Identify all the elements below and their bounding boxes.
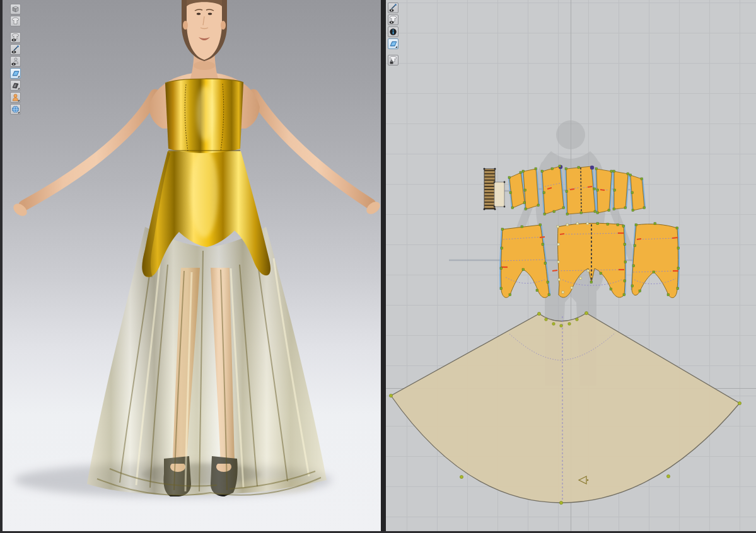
circle-skirt-fan[interactable] [389,311,741,504]
small-rectangle-panel[interactable] [494,181,506,208]
tshirt-icon [11,17,20,25]
pattern-canvas [386,0,756,531]
environment-globe-button[interactable] [10,104,21,115]
skirt-panel-right [632,224,678,298]
person-eye-icon [11,57,20,66]
left-viewport-toolbar [10,4,21,116]
right-viewport-toolbar [388,3,398,67]
show-shaded-surface-button[interactable] [10,80,21,91]
tshirt-eye-icon [11,33,20,42]
globe-icon [11,105,20,113]
show-garment-button[interactable] [10,16,21,26]
cube-icon [11,5,20,13]
pattern-information-button[interactable] [388,26,398,37]
bodice-panel-3 [542,166,564,214]
show-pins-2d-button[interactable] [388,3,398,13]
avatar-head [182,0,227,61]
pin-eye-icon [389,4,397,12]
show-garment-2d-button[interactable] [388,14,398,25]
blue-pattern-icon [11,69,20,77]
orange-avatar-icon [11,93,20,101]
bodice-panels[interactable] [508,165,645,215]
view-mode-cube-button[interactable] [10,4,21,14]
tshirt-eye-icon [389,16,397,24]
blue-pattern-icon [389,40,397,48]
viewport-2d[interactable] [386,0,756,531]
gold-bodice [165,79,243,153]
show-avatar-visibility-button[interactable] [10,56,21,67]
info-icon [389,28,397,36]
show-pins-button[interactable] [10,44,21,55]
show-garment-visibility-button[interactable] [10,32,21,43]
lock-garment-button[interactable] [388,55,398,66]
dark-pattern-icon [11,81,20,89]
panel-divider[interactable] [381,0,386,533]
viewport-3d[interactable] [0,0,381,531]
pin-eye-icon [11,45,20,54]
avatar-display-button[interactable] [10,92,21,103]
garment-design-app [0,0,756,533]
tshirt-lock-icon [389,56,397,64]
pleated-strip[interactable] [484,168,496,210]
sheer-overskirt [87,227,327,495]
avatar-3d-render [3,0,383,531]
skirt-panel-left [501,225,549,297]
show-patterns-button[interactable] [10,68,21,79]
bodice-panel-6 [614,171,628,209]
show-patterns-2d-button[interactable] [388,38,398,49]
